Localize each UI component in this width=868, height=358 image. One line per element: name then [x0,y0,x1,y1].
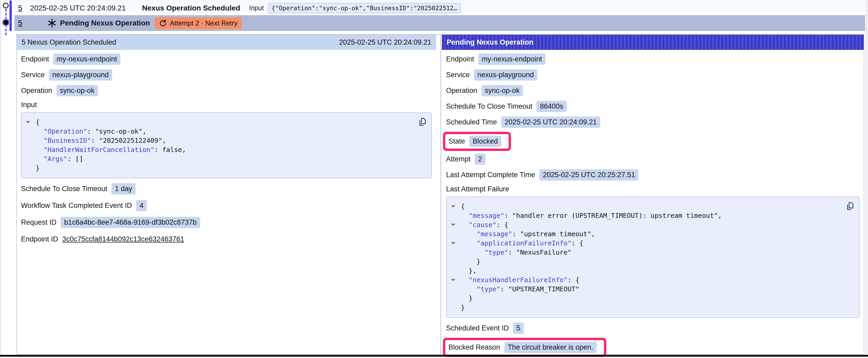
json-line: } [25,164,413,173]
field-label: Endpoint ID [21,235,58,243]
field-row-blocked-reason: Blocked ReasonThe circuit breaker is ope… [446,338,860,357]
pending-fields: Endpointmy-nexus-endpointServicenexus-pl… [446,53,860,181]
json-line: } [450,294,841,303]
field-row-schedule-to-close-timeout: Schedule To Close Timeout86400s [446,100,860,112]
circle-outline-icon[interactable] [3,3,9,8]
field-row-scheduled-event-id: Scheduled Event ID5 [446,322,860,334]
copy-icon[interactable] [418,118,426,127]
field-label: Service [21,71,45,79]
json-line: "Operation": "sync-op-ok", [25,127,413,136]
field-label: Last Attempt Complete Time [446,171,535,179]
circle-filled-icon[interactable] [3,20,9,25]
event-timestamp: 2025-02-25 UTC 20:24:09.21 [30,4,126,12]
field-label: State [448,137,465,145]
retry-badge-label: Attempt 2 · Next Retry [170,19,238,27]
chevron-down-icon[interactable] [26,120,30,123]
event-input-preview-chip[interactable]: {"Operation":"sync-op-ok","BusinessID":"… [268,3,461,13]
field-label: Attempt [446,155,470,163]
scheduled-card-timestamp: 2025-02-25 UTC 20:24:09.21 [339,38,431,46]
pending-fields-secondary: Scheduled Event ID5Blocked ReasonThe cir… [446,322,860,357]
json-line: "HandlerWaitForCancellation": false, [25,145,413,154]
annotation-highlight: StateBlocked [443,132,511,151]
panel-divider [440,35,441,354]
field-row-schedule-to-close-timeout: Schedule To Close Timeout1 day [21,183,432,195]
failure-json-lines: {"message": "handler error (UPSTREAM_TIM… [450,202,841,312]
field-row-service: Servicenexus-playground [21,69,432,81]
asterisk-icon [48,19,57,28]
field-row-last-attempt-complete-time: Last Attempt Complete Time2025-02-25 UTC… [446,169,860,181]
pending-card-header: Pending Nexus Operation [442,35,864,50]
field-label: Schedule To Close Timeout [21,185,107,193]
json-line: "message": "upstream timeout", [450,229,841,238]
timeline-active-bar [9,1,12,31]
json-line: } [450,257,841,266]
field-value-chip: sync-op-ok [57,85,98,96]
scheduled-fields: Endpointmy-nexus-endpointServicenexus-pl… [21,53,432,97]
field-row-scheduled-time: Scheduled Time2025-02-25 UTC 20:24:09.21 [446,116,860,128]
input-json-viewer: {"Operation": "sync-op-ok","BusinessID":… [21,112,432,178]
json-line: } [450,303,841,312]
field-label: Request ID [21,218,57,227]
failure-json-viewer: {"message": "handler error (UPSTREAM_TIM… [446,197,860,318]
scheduled-fields-secondary: Schedule To Close Timeout1 dayWorkflow T… [21,183,432,245]
left-edge-border [1,0,1,355]
field-row-operation: Operationsync-op-ok [446,85,860,97]
field-value-chip: 2 [475,154,486,165]
field-value-link[interactable]: 3c0c75ccfa8144b092c13ce632463761 [62,235,184,243]
field-value-chip: 5 [513,323,524,334]
field-value-chip: my-nexus-endpoint [53,54,121,65]
json-line: "cause": { [450,220,841,229]
json-line: { [450,202,841,211]
field-row-endpoint: Endpointmy-nexus-endpoint [21,53,432,65]
field-label: Operation [21,87,52,95]
copy-icon[interactable] [846,202,854,211]
failure-section-label: Last Attempt Failure [446,185,860,193]
pending-card-title: Pending Nexus Operation [446,38,533,46]
json-line: }, [450,266,841,275]
history-row-pending[interactable]: 5 Pending Nexus Operation Attempt 2 · Ne… [14,15,865,31]
field-value-chip: sync-op-ok [482,85,523,96]
field-value-chip: 2025-02-25 UTC 20:24:09.21 [501,117,600,128]
retry-badge: Attempt 2 · Next Retry [155,17,242,29]
field-label: Schedule To Close Timeout [446,102,532,110]
field-value-chip: Blocked [469,136,501,147]
field-label: Endpoint [21,55,49,63]
pending-operation-title: Pending Nexus Operation [60,19,150,27]
field-label: Endpoint [446,55,474,63]
field-value-chip: nexus-playground [49,69,112,80]
field-value-chip: nexus-playground [474,69,537,80]
pending-id-link[interactable]: 5 [18,19,22,27]
field-row-workflow-task-completed-event-id: Workflow Task Completed Event ID4 [21,199,432,211]
json-line: "Args": [] [25,154,413,164]
json-line: "BusinessID": "20250225122409", [25,136,413,145]
workflow-history-screen: 5 2025-02-25 UTC 20:24:09.21 Nexus Opera… [0,0,868,358]
field-value-chip: b1c6a4bc-8ee7-468a-9169-df3b02c8737b [61,217,200,228]
field-label: Blocked Reason [448,343,500,352]
chevron-down-icon[interactable] [451,277,455,281]
field-value-chip: 86400s [536,101,567,112]
scrollbar-gutter[interactable] [866,0,868,355]
field-row-operation: Operationsync-op-ok [21,85,432,97]
json-line: "message": "handler error (UPSTREAM_TIME… [450,211,841,220]
chevron-down-icon[interactable] [451,222,455,226]
field-label: Service [446,71,470,79]
json-line: "type": "NexusFailure" [450,248,841,257]
field-value-chip: my-nexus-endpoint [478,54,546,65]
event-detail-card-scheduled: 5 Nexus Operation Scheduled 2025-02-25 U… [17,35,436,354]
input-section-label: Input [21,100,432,109]
input-json-lines: {"Operation": "sync-op-ok","BusinessID":… [25,118,413,173]
json-line: { [25,118,413,127]
history-row-event[interactable]: 5 2025-02-25 UTC 20:24:09.21 Nexus Opera… [14,1,865,15]
event-id-link[interactable]: 5 [18,4,22,12]
json-line: "nexusHandlerFailureInfo": { [450,275,841,285]
field-value-chip: 2025-02-25 UTC 20:25:27.51 [539,169,639,181]
viewport-bottom-edge [0,355,868,357]
field-value-chip: 4 [136,200,147,211]
event-detail-card-pending: Pending Nexus Operation Endpointmy-nexus… [442,35,864,354]
field-label: Scheduled Event ID [446,324,509,332]
retry-circular-arrow-icon [159,19,167,27]
chevron-down-icon[interactable] [451,240,455,244]
field-row-request-id: Request IDb1c6a4bc-8ee7-468a-9169-df3b02… [21,216,432,228]
chevron-down-icon[interactable] [451,204,455,207]
field-row-service: Servicenexus-playground [446,69,860,81]
